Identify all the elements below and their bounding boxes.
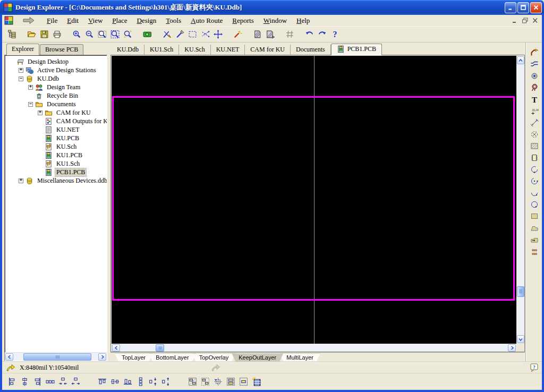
- open-document-button[interactable]: [25, 28, 38, 41]
- layer-tab-bottomlayer[interactable]: BottomLayer: [149, 354, 196, 362]
- menu-file[interactable]: File: [42, 15, 62, 26]
- scroll-down-icon[interactable]: [517, 335, 524, 343]
- maximize-button[interactable]: [517, 2, 529, 13]
- minimize-button[interactable]: [505, 2, 516, 13]
- tree-item-ku1-pcb[interactable]: KU1.PCB: [7, 151, 107, 159]
- decrease-v-space-button[interactable]: [147, 376, 159, 388]
- wizard-button[interactable]: [231, 28, 244, 41]
- scroll-right-icon[interactable]: [98, 353, 106, 361]
- decrease-h-space-button[interactable]: [56, 376, 69, 388]
- tree-item-active-design-stations[interactable]: +Active Design Stations: [7, 66, 107, 74]
- help-button[interactable]: ?: [328, 28, 341, 41]
- mdi-close-button[interactable]: [531, 16, 540, 24]
- tree-horizontal-scrollbar[interactable]: [5, 352, 107, 361]
- layer-tab-toplayer[interactable]: TopLayer: [115, 354, 152, 362]
- close-button[interactable]: [530, 2, 542, 13]
- align-top-button[interactable]: [96, 376, 108, 388]
- scroll-left-icon[interactable]: [5, 353, 13, 361]
- tree-item-design-desktop[interactable]: Design Desktop: [7, 57, 107, 66]
- align-to-grid-button[interactable]: [211, 376, 224, 388]
- place-component-button[interactable]: [528, 152, 541, 164]
- scroll-up-icon[interactable]: [517, 56, 524, 64]
- tree-item-ku-net[interactable]: KU.NET: [7, 125, 107, 134]
- explorer-panel-button[interactable]: [5, 28, 18, 41]
- document-tab-ku-sch[interactable]: KU.Sch: [179, 45, 210, 55]
- menu-view[interactable]: View: [83, 15, 107, 26]
- save-button[interactable]: [38, 28, 50, 41]
- menu-place[interactable]: Place: [107, 15, 132, 26]
- tree-item-documents[interactable]: −Documents: [7, 100, 107, 108]
- space-equal-h-button[interactable]: [44, 376, 56, 388]
- expand-icon[interactable]: +: [38, 110, 42, 115]
- place-interactive-routing-button[interactable]: [528, 47, 541, 58]
- hatched-shield-flip-button[interactable]: [264, 28, 276, 41]
- document-tab-pcb1-pcb[interactable]: PCB1.PCB: [331, 44, 382, 55]
- menu-design[interactable]: Design: [132, 15, 161, 26]
- tree-item-ku-ddb[interactable]: −KU.Ddb: [7, 74, 107, 83]
- place-via-button[interactable]: [528, 82, 541, 93]
- align-h-centers-button[interactable]: [18, 376, 31, 388]
- align-left-button[interactable]: [5, 376, 18, 388]
- panel-tab-explorer[interactable]: Explorer: [6, 44, 39, 55]
- place-coordinate-button[interactable]: 10,10: [528, 105, 541, 117]
- canvas-vscroll-thumb[interactable]: [517, 286, 524, 297]
- menu-tools[interactable]: Tools: [161, 15, 186, 26]
- zoom-in-button[interactable]: [70, 28, 83, 41]
- knife-button[interactable]: [160, 28, 173, 41]
- mdi-restore-button[interactable]: [521, 16, 530, 24]
- tree-item-cam-for-ku[interactable]: +CAM for KU: [7, 108, 107, 117]
- title-bar[interactable]: Design Explorer - [C:\Documents and Sett…: [0, 0, 544, 15]
- zoom-out-button[interactable]: [83, 28, 96, 41]
- document-tab-ku-net[interactable]: KU.NET: [211, 45, 245, 55]
- document-tab-ku1-sch[interactable]: KU1.Sch: [144, 45, 179, 55]
- toggle-grid-button[interactable]: [283, 28, 296, 41]
- space-equal-v-button[interactable]: [134, 376, 147, 388]
- place-pad-button[interactable]: [528, 70, 541, 82]
- tree-item-ku-sch[interactable]: KU.Sch: [7, 142, 107, 151]
- zoom-selection-button[interactable]: [121, 28, 134, 41]
- tree-item-recycle-bin[interactable]: Recycle Bin: [7, 91, 107, 100]
- align-v-centers-button[interactable]: [108, 376, 121, 388]
- paste-array-button[interactable]: [250, 376, 262, 388]
- zoom-document-button[interactable]: [108, 28, 121, 41]
- expand-icon[interactable]: +: [28, 85, 33, 90]
- component-text-position-button[interactable]: [224, 376, 237, 388]
- tree-item-design-team[interactable]: +Design Team: [7, 83, 107, 91]
- canvas-hscroll-thumb[interactable]: [156, 344, 164, 352]
- document-tab-documents[interactable]: Documents: [291, 45, 331, 55]
- scroll-left-icon[interactable]: [112, 344, 120, 352]
- capture-button[interactable]: [141, 28, 154, 41]
- place-string-button[interactable]: T: [528, 93, 541, 105]
- layer-tab-topoverlay[interactable]: TopOverlay: [192, 354, 236, 362]
- arrange-in-room-button[interactable]: [186, 376, 199, 388]
- undo-button[interactable]: [303, 28, 316, 41]
- place-split-plane-button[interactable]: [528, 234, 541, 245]
- place-arc-edge-button[interactable]: [528, 164, 541, 175]
- place-origin-button[interactable]: [528, 129, 541, 140]
- align-bottom-button[interactable]: [121, 376, 134, 388]
- panel-tab-browse-pcb[interactable]: Browse PCB: [40, 44, 83, 55]
- document-menu-arrow-icon[interactable]: [21, 16, 37, 25]
- scroll-right-icon[interactable]: [508, 344, 516, 352]
- zoom-area-button[interactable]: [96, 28, 108, 41]
- place-fill-button[interactable]: [528, 210, 541, 222]
- context-help-icon[interactable]: ?: [530, 363, 539, 372]
- menu-help[interactable]: Help: [292, 15, 314, 26]
- align-right-button[interactable]: [31, 376, 44, 388]
- document-tab-cam-for-ku[interactable]: CAM for KU: [245, 45, 291, 55]
- increase-v-space-button[interactable]: [159, 376, 172, 388]
- layer-tab-keepoutlayer[interactable]: KeepOutLayer: [232, 354, 283, 362]
- menu-window[interactable]: Window: [259, 15, 292, 26]
- place-room-button[interactable]: [528, 140, 541, 152]
- menu-edit[interactable]: Edit: [62, 15, 83, 26]
- place-arc-angle-button[interactable]: [528, 187, 541, 199]
- place-full-circle-button[interactable]: [528, 199, 541, 210]
- move-selection-button[interactable]: [211, 28, 224, 41]
- arrange-outside-board-button[interactable]: [199, 376, 211, 388]
- mdi-minimize-button[interactable]: [511, 16, 520, 24]
- tree-item-ku-pcb[interactable]: KU.PCB: [7, 134, 107, 142]
- select-area-button[interactable]: [186, 28, 199, 41]
- component-position-button[interactable]: [237, 376, 250, 388]
- increase-h-space-button[interactable]: [69, 376, 82, 388]
- place-multiple-traces-button[interactable]: [528, 58, 541, 70]
